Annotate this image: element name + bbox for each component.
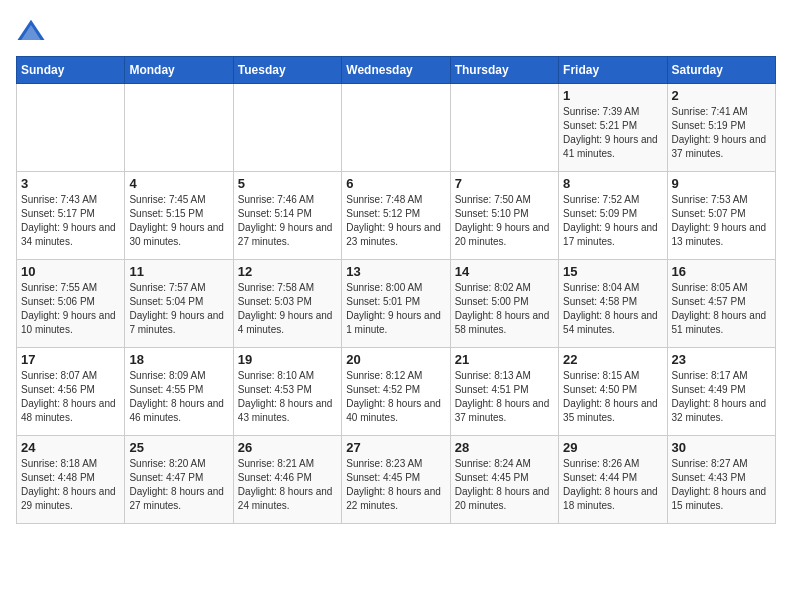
day-info: Sunrise: 7:46 AM Sunset: 5:14 PM Dayligh… — [238, 193, 337, 249]
day-info: Sunrise: 8:12 AM Sunset: 4:52 PM Dayligh… — [346, 369, 445, 425]
calendar-week-row: 17Sunrise: 8:07 AM Sunset: 4:56 PM Dayli… — [17, 348, 776, 436]
calendar-cell: 16Sunrise: 8:05 AM Sunset: 4:57 PM Dayli… — [667, 260, 775, 348]
calendar-cell — [125, 84, 233, 172]
calendar-week-row: 3Sunrise: 7:43 AM Sunset: 5:17 PM Daylig… — [17, 172, 776, 260]
day-number: 23 — [672, 352, 771, 367]
calendar-cell: 26Sunrise: 8:21 AM Sunset: 4:46 PM Dayli… — [233, 436, 341, 524]
day-info: Sunrise: 7:41 AM Sunset: 5:19 PM Dayligh… — [672, 105, 771, 161]
day-info: Sunrise: 8:18 AM Sunset: 4:48 PM Dayligh… — [21, 457, 120, 513]
day-info: Sunrise: 7:57 AM Sunset: 5:04 PM Dayligh… — [129, 281, 228, 337]
day-info: Sunrise: 8:17 AM Sunset: 4:49 PM Dayligh… — [672, 369, 771, 425]
calendar-cell: 18Sunrise: 8:09 AM Sunset: 4:55 PM Dayli… — [125, 348, 233, 436]
calendar-cell: 30Sunrise: 8:27 AM Sunset: 4:43 PM Dayli… — [667, 436, 775, 524]
calendar-cell: 13Sunrise: 8:00 AM Sunset: 5:01 PM Dayli… — [342, 260, 450, 348]
calendar-week-row: 1Sunrise: 7:39 AM Sunset: 5:21 PM Daylig… — [17, 84, 776, 172]
day-number: 29 — [563, 440, 662, 455]
day-info: Sunrise: 7:50 AM Sunset: 5:10 PM Dayligh… — [455, 193, 554, 249]
calendar-cell: 9Sunrise: 7:53 AM Sunset: 5:07 PM Daylig… — [667, 172, 775, 260]
day-number: 15 — [563, 264, 662, 279]
day-info: Sunrise: 7:48 AM Sunset: 5:12 PM Dayligh… — [346, 193, 445, 249]
day-number: 30 — [672, 440, 771, 455]
day-info: Sunrise: 8:20 AM Sunset: 4:47 PM Dayligh… — [129, 457, 228, 513]
calendar-week-row: 10Sunrise: 7:55 AM Sunset: 5:06 PM Dayli… — [17, 260, 776, 348]
day-number: 10 — [21, 264, 120, 279]
day-number: 1 — [563, 88, 662, 103]
col-header-saturday: Saturday — [667, 57, 775, 84]
calendar-cell — [17, 84, 125, 172]
day-info: Sunrise: 8:23 AM Sunset: 4:45 PM Dayligh… — [346, 457, 445, 513]
day-number: 27 — [346, 440, 445, 455]
calendar-cell: 20Sunrise: 8:12 AM Sunset: 4:52 PM Dayli… — [342, 348, 450, 436]
calendar-cell: 10Sunrise: 7:55 AM Sunset: 5:06 PM Dayli… — [17, 260, 125, 348]
calendar-cell: 6Sunrise: 7:48 AM Sunset: 5:12 PM Daylig… — [342, 172, 450, 260]
day-number: 7 — [455, 176, 554, 191]
day-info: Sunrise: 8:24 AM Sunset: 4:45 PM Dayligh… — [455, 457, 554, 513]
calendar-cell: 21Sunrise: 8:13 AM Sunset: 4:51 PM Dayli… — [450, 348, 558, 436]
logo — [16, 16, 50, 46]
calendar-cell — [342, 84, 450, 172]
day-info: Sunrise: 8:09 AM Sunset: 4:55 PM Dayligh… — [129, 369, 228, 425]
calendar-cell: 3Sunrise: 7:43 AM Sunset: 5:17 PM Daylig… — [17, 172, 125, 260]
calendar-cell: 2Sunrise: 7:41 AM Sunset: 5:19 PM Daylig… — [667, 84, 775, 172]
day-info: Sunrise: 8:13 AM Sunset: 4:51 PM Dayligh… — [455, 369, 554, 425]
calendar-cell: 24Sunrise: 8:18 AM Sunset: 4:48 PM Dayli… — [17, 436, 125, 524]
col-header-tuesday: Tuesday — [233, 57, 341, 84]
calendar-cell: 5Sunrise: 7:46 AM Sunset: 5:14 PM Daylig… — [233, 172, 341, 260]
calendar-cell — [450, 84, 558, 172]
day-info: Sunrise: 8:27 AM Sunset: 4:43 PM Dayligh… — [672, 457, 771, 513]
day-number: 28 — [455, 440, 554, 455]
col-header-thursday: Thursday — [450, 57, 558, 84]
calendar-cell: 4Sunrise: 7:45 AM Sunset: 5:15 PM Daylig… — [125, 172, 233, 260]
day-info: Sunrise: 7:43 AM Sunset: 5:17 PM Dayligh… — [21, 193, 120, 249]
day-number: 16 — [672, 264, 771, 279]
day-info: Sunrise: 8:21 AM Sunset: 4:46 PM Dayligh… — [238, 457, 337, 513]
day-info: Sunrise: 7:52 AM Sunset: 5:09 PM Dayligh… — [563, 193, 662, 249]
calendar-cell: 22Sunrise: 8:15 AM Sunset: 4:50 PM Dayli… — [559, 348, 667, 436]
day-number: 2 — [672, 88, 771, 103]
calendar-cell: 8Sunrise: 7:52 AM Sunset: 5:09 PM Daylig… — [559, 172, 667, 260]
logo-icon — [16, 16, 46, 46]
col-header-wednesday: Wednesday — [342, 57, 450, 84]
day-info: Sunrise: 8:07 AM Sunset: 4:56 PM Dayligh… — [21, 369, 120, 425]
day-info: Sunrise: 8:26 AM Sunset: 4:44 PM Dayligh… — [563, 457, 662, 513]
day-number: 3 — [21, 176, 120, 191]
day-number: 8 — [563, 176, 662, 191]
day-number: 9 — [672, 176, 771, 191]
day-info: Sunrise: 8:04 AM Sunset: 4:58 PM Dayligh… — [563, 281, 662, 337]
day-info: Sunrise: 8:05 AM Sunset: 4:57 PM Dayligh… — [672, 281, 771, 337]
calendar-cell: 25Sunrise: 8:20 AM Sunset: 4:47 PM Dayli… — [125, 436, 233, 524]
day-number: 6 — [346, 176, 445, 191]
calendar-cell: 7Sunrise: 7:50 AM Sunset: 5:10 PM Daylig… — [450, 172, 558, 260]
page-header — [16, 16, 776, 46]
calendar-cell: 23Sunrise: 8:17 AM Sunset: 4:49 PM Dayli… — [667, 348, 775, 436]
calendar-cell: 14Sunrise: 8:02 AM Sunset: 5:00 PM Dayli… — [450, 260, 558, 348]
day-number: 22 — [563, 352, 662, 367]
day-number: 20 — [346, 352, 445, 367]
col-header-monday: Monday — [125, 57, 233, 84]
calendar-cell: 12Sunrise: 7:58 AM Sunset: 5:03 PM Dayli… — [233, 260, 341, 348]
calendar-cell — [233, 84, 341, 172]
day-number: 17 — [21, 352, 120, 367]
col-header-friday: Friday — [559, 57, 667, 84]
day-info: Sunrise: 7:58 AM Sunset: 5:03 PM Dayligh… — [238, 281, 337, 337]
day-info: Sunrise: 8:02 AM Sunset: 5:00 PM Dayligh… — [455, 281, 554, 337]
calendar-cell: 27Sunrise: 8:23 AM Sunset: 4:45 PM Dayli… — [342, 436, 450, 524]
day-info: Sunrise: 7:45 AM Sunset: 5:15 PM Dayligh… — [129, 193, 228, 249]
day-info: Sunrise: 7:55 AM Sunset: 5:06 PM Dayligh… — [21, 281, 120, 337]
calendar-cell: 19Sunrise: 8:10 AM Sunset: 4:53 PM Dayli… — [233, 348, 341, 436]
day-info: Sunrise: 7:39 AM Sunset: 5:21 PM Dayligh… — [563, 105, 662, 161]
calendar-cell: 11Sunrise: 7:57 AM Sunset: 5:04 PM Dayli… — [125, 260, 233, 348]
day-info: Sunrise: 8:10 AM Sunset: 4:53 PM Dayligh… — [238, 369, 337, 425]
day-number: 26 — [238, 440, 337, 455]
calendar-cell: 29Sunrise: 8:26 AM Sunset: 4:44 PM Dayli… — [559, 436, 667, 524]
calendar-table: SundayMondayTuesdayWednesdayThursdayFrid… — [16, 56, 776, 524]
day-number: 18 — [129, 352, 228, 367]
day-info: Sunrise: 7:53 AM Sunset: 5:07 PM Dayligh… — [672, 193, 771, 249]
calendar-cell: 17Sunrise: 8:07 AM Sunset: 4:56 PM Dayli… — [17, 348, 125, 436]
calendar-week-row: 24Sunrise: 8:18 AM Sunset: 4:48 PM Dayli… — [17, 436, 776, 524]
day-info: Sunrise: 8:00 AM Sunset: 5:01 PM Dayligh… — [346, 281, 445, 337]
day-number: 21 — [455, 352, 554, 367]
day-number: 12 — [238, 264, 337, 279]
day-info: Sunrise: 8:15 AM Sunset: 4:50 PM Dayligh… — [563, 369, 662, 425]
day-number: 19 — [238, 352, 337, 367]
